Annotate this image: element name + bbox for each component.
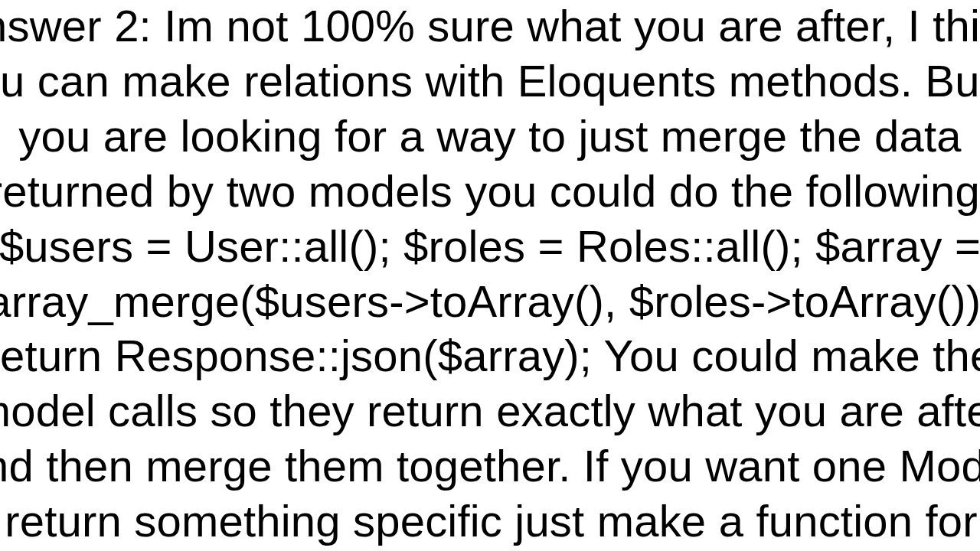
- answer-body: Answer 2: Im not 100% sure what you are …: [0, 0, 980, 549]
